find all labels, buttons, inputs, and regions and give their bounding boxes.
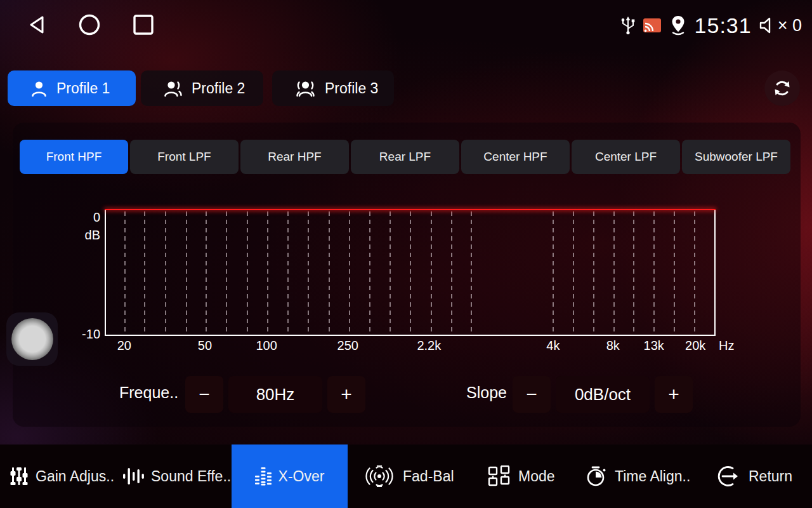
gridline — [287, 211, 289, 333]
tab-front-hpf[interactable]: Front HPF — [20, 140, 128, 174]
nav-sound-effects-label: Sound Effe.. — [151, 468, 231, 485]
chart-gridlines — [106, 209, 714, 335]
cast-icon — [643, 17, 662, 34]
gridline — [653, 211, 655, 333]
person-2-icon — [164, 80, 183, 97]
return-icon — [717, 465, 742, 488]
x-tick-label: 100 — [256, 338, 277, 353]
frequency-minus-button[interactable]: − — [185, 376, 223, 413]
nav-sound-effects[interactable]: Sound Effe.. — [122, 444, 231, 508]
slope-minus-button[interactable]: − — [513, 376, 551, 413]
nav-fad-bal[interactable]: Fad-Bal — [363, 444, 454, 508]
bottom-nav: Gain Adjus.. Sound Effe.. — [0, 444, 812, 508]
gridline — [613, 211, 615, 333]
gridline — [390, 211, 391, 333]
slope-value: 0dB/oct — [556, 376, 650, 413]
tab-subwoofer-lpf[interactable]: Subwoofer LPF — [682, 140, 790, 174]
volume-muted-icon — [759, 17, 776, 34]
volume-level: × 0 — [778, 16, 802, 36]
x-tick-label: 2.2k — [417, 338, 441, 353]
slope-plus-button[interactable]: + — [655, 376, 693, 413]
time-align-icon — [585, 465, 608, 488]
xover-settings-screen: 15:31 × 0 Profile 1 Profile 2 — [0, 0, 812, 508]
gridline — [410, 211, 411, 333]
gridline — [369, 211, 370, 333]
clock: 15:31 — [695, 13, 752, 38]
gridline — [144, 211, 145, 333]
fad-bal-icon — [363, 465, 396, 487]
sound-effects-icon — [122, 466, 144, 486]
gridline — [349, 211, 350, 333]
back-icon[interactable] — [25, 13, 49, 37]
nav-time-align[interactable]: Time Align.. — [585, 444, 690, 508]
mode-icon — [487, 465, 511, 487]
gridline — [471, 211, 472, 333]
nav-fad-bal-label: Fad-Bal — [403, 468, 454, 485]
refresh-button[interactable] — [764, 70, 800, 106]
x-tick-label: 50 — [198, 338, 212, 353]
gridline — [186, 211, 187, 333]
profile-2-button[interactable]: Profile 2 — [141, 70, 263, 106]
volume-status: × 0 — [759, 16, 802, 36]
tab-rear-hpf[interactable]: Rear HPF — [240, 140, 349, 174]
profile-1-button[interactable]: Profile 1 — [8, 70, 136, 106]
gain-adjust-icon — [10, 466, 29, 486]
gridline — [124, 211, 126, 333]
nav-mode[interactable]: Mode — [487, 444, 555, 508]
assistive-touch-button[interactable] — [6, 312, 58, 366]
gridline — [247, 211, 248, 333]
tab-front-lpf[interactable]: Front LPF — [130, 140, 239, 174]
frequency-value: 80Hz — [228, 376, 322, 413]
tab-center-lpf[interactable]: Center LPF — [572, 140, 680, 174]
filter-tabs: Front HPF Front LPF Rear HPF Rear LPF Ce… — [20, 140, 790, 174]
recents-icon[interactable] — [131, 13, 155, 37]
nav-gain-adjust[interactable]: Gain Adjus.. — [10, 444, 114, 508]
nav-gain-adjust-label: Gain Adjus.. — [36, 468, 114, 485]
status-bar: 15:31 × 0 — [0, 0, 812, 51]
nav-return[interactable]: Return — [717, 444, 792, 508]
y-axis-bottom-label: -10 — [72, 327, 100, 342]
nav-x-over[interactable]: X-Over — [232, 444, 348, 508]
tab-rear-lpf[interactable]: Rear LPF — [351, 140, 459, 174]
person-icon — [30, 80, 48, 97]
chart-x-ticks: 20501002502.2k4k8k13k20k — [105, 338, 716, 355]
gridline — [674, 211, 675, 333]
gridline — [553, 211, 554, 333]
location-icon — [669, 15, 688, 36]
gridline — [165, 211, 166, 333]
y-axis-top-label: 0 — [72, 210, 100, 225]
frequency-label: Freque.. — [119, 384, 178, 402]
nav-return-label: Return — [749, 468, 792, 485]
response-curve — [105, 209, 716, 210]
profile-3-button[interactable]: Profile 3 — [272, 70, 394, 106]
frequency-plus-button[interactable]: + — [327, 376, 365, 413]
slope-label: Slope — [466, 384, 507, 402]
gridline — [694, 211, 695, 333]
x-tick-label: 4k — [546, 338, 560, 353]
gridline — [329, 211, 330, 333]
gridline — [431, 211, 432, 333]
gridline — [206, 211, 207, 333]
gridline — [451, 211, 452, 333]
x-tick-label: 8k — [606, 338, 620, 353]
x-tick-label: 13k — [644, 338, 664, 353]
nav-mode-label: Mode — [518, 468, 555, 485]
x-axis-unit-label: Hz — [719, 338, 734, 353]
gridline — [633, 211, 634, 333]
refresh-icon — [771, 77, 793, 99]
x-over-icon — [255, 467, 272, 486]
x-tick-label: 20k — [685, 338, 705, 353]
gridline — [267, 211, 268, 333]
person-3-icon — [295, 80, 316, 97]
home-icon[interactable] — [77, 13, 102, 37]
gridline — [573, 211, 574, 333]
x-tick-label: 250 — [337, 338, 358, 353]
profile-3-label: Profile 3 — [325, 80, 378, 97]
gridline — [308, 211, 309, 333]
y-axis-unit-label: dB — [72, 228, 100, 243]
profile-1-label: Profile 1 — [56, 80, 110, 97]
usb-icon — [620, 16, 636, 35]
nav-x-over-label: X-Over — [278, 468, 325, 485]
tab-center-hpf[interactable]: Center HPF — [461, 140, 570, 174]
nav-time-align-label: Time Align.. — [615, 468, 690, 485]
